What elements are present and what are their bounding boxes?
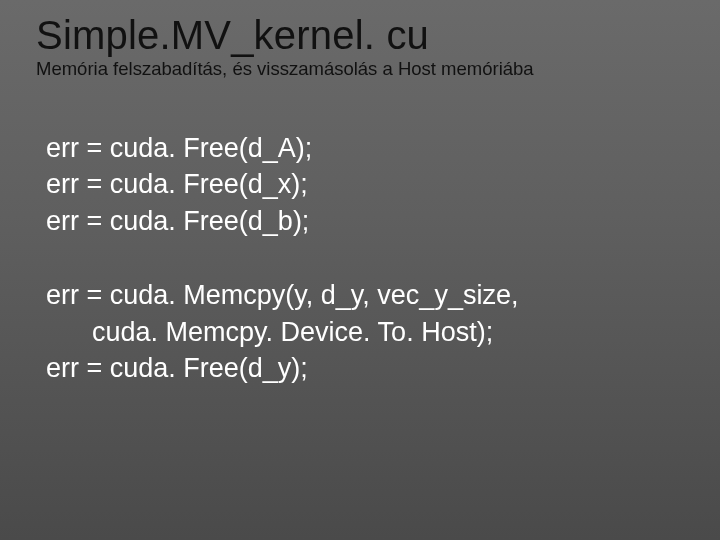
- slide-subtitle: Memória felszabadítás, és visszamásolás …: [36, 58, 690, 80]
- code-line: err = cuda. Free(d_x);: [46, 166, 690, 202]
- presentation-slide: Simple.MV_kernel. cu Memória felszabadít…: [0, 0, 720, 540]
- code-line: cuda. Memcpy. Device. To. Host);: [46, 314, 690, 350]
- code-line: err = cuda. Free(d_y);: [46, 350, 690, 386]
- code-line: err = cuda. Free(d_b);: [46, 203, 690, 239]
- code-block: err = cuda. Free(d_A); err = cuda. Free(…: [36, 130, 690, 387]
- code-line: err = cuda. Memcpy(y, d_y, vec_y_size,: [46, 277, 690, 313]
- code-line: err = cuda. Free(d_A);: [46, 130, 690, 166]
- slide-title: Simple.MV_kernel. cu: [36, 14, 690, 56]
- blank-line: [46, 239, 690, 277]
